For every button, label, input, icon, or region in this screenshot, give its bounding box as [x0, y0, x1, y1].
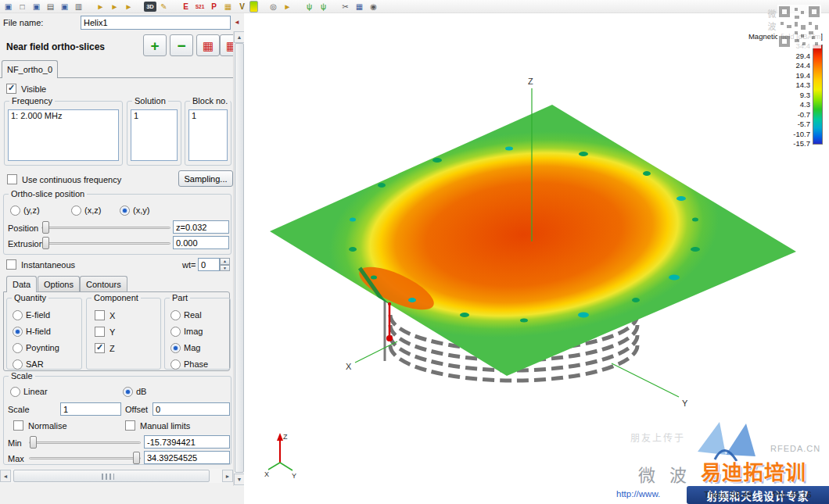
frequency-listbox[interactable]: 1: 2.000 MHz — [8, 109, 119, 161]
solution-item[interactable]: 1 — [131, 110, 177, 121]
extrusion-value-field[interactable] — [173, 236, 229, 249]
visible-checkbox[interactable]: ✓ — [6, 84, 16, 94]
vertical-scrollbar[interactable]: ▲ ▼ — [233, 31, 244, 486]
min-slider[interactable] — [29, 436, 141, 449]
radio-mag[interactable] — [170, 343, 181, 353]
wt-label: wt= — [182, 260, 196, 270]
open-results-icon[interactable]: ► — [122, 1, 135, 13]
block-listbox[interactable]: 1 — [188, 109, 228, 161]
edit-icon[interactable]: ✎ — [157, 1, 170, 13]
power-icon[interactable]: P — [207, 1, 221, 13]
sar-label: SAR — [26, 359, 44, 370]
min-field[interactable] — [144, 435, 230, 449]
component-y-checkbox[interactable] — [95, 327, 105, 337]
render-area[interactable]: Z X Y Z X Y Magnetic field [dBA/m] 34.4 … — [244, 13, 829, 504]
antenna-1-icon[interactable]: ψ — [303, 1, 316, 13]
antenna-2-icon[interactable]: ψ — [317, 1, 330, 13]
spin-down-icon[interactable]: ▼ — [220, 265, 230, 272]
color-scale-icon[interactable]: ▮ — [249, 1, 258, 13]
solution-listbox[interactable]: 1 — [131, 109, 178, 161]
extrusion-slider-thumb[interactable] — [42, 237, 49, 249]
new-document-icon[interactable]: □ — [16, 1, 29, 13]
radio-xz[interactable] — [71, 206, 81, 216]
save-all-icon[interactable]: ▣ — [58, 1, 71, 13]
sampling-button[interactable]: Sampling... — [178, 170, 233, 187]
scroll-down-icon[interactable]: ▼ — [234, 474, 245, 485]
radio-yz[interactable] — [10, 206, 20, 216]
component-x-checkbox[interactable] — [95, 310, 105, 320]
position-value-field[interactable] — [173, 220, 229, 234]
save-as-icon[interactable]: ▣ — [30, 1, 43, 13]
origin-icon[interactable]: ◎ — [267, 1, 280, 13]
open-geometry-icon[interactable]: ► — [94, 1, 107, 13]
tab-nf-ortho-0[interactable]: NF_ortho_0 — [2, 60, 58, 78]
open-mesh-icon[interactable]: ► — [108, 1, 121, 13]
copy-slice-button[interactable]: ▦ — [196, 34, 220, 56]
export-model-icon[interactable]: ▥ — [72, 1, 85, 13]
radio-imag[interactable] — [170, 327, 181, 337]
record-icon[interactable]: ◉ — [367, 1, 380, 13]
continuous-frequency-checkbox[interactable] — [7, 174, 17, 184]
scale-group: Scale Linear dB Scale Offset Normalise M… — [3, 376, 231, 465]
mesh-grid-icon[interactable]: ▦ — [221, 1, 235, 13]
radio-poynting[interactable] — [13, 343, 23, 353]
export-slice-button[interactable]: ▦ — [220, 34, 233, 56]
view-3d-icon[interactable]: 3D — [144, 2, 156, 12]
excitation-icon[interactable]: E — [179, 1, 192, 13]
triad-y-label: Y — [292, 472, 296, 480]
red-grid-icon: ▦ — [226, 40, 233, 52]
max-slider-thumb[interactable] — [133, 452, 140, 464]
extrusion-slider[interactable] — [41, 237, 170, 249]
watermark-faint-text: 朋友上传于 — [630, 431, 685, 444]
voltage-probe-icon[interactable]: V — [235, 1, 249, 13]
scroll-up-icon[interactable]: ▲ — [234, 31, 245, 43]
max-slider[interactable] — [29, 452, 141, 464]
scale-group-label: Scale — [9, 371, 35, 381]
s-parameters-icon[interactable]: S21 — [193, 1, 206, 13]
offset-field[interactable] — [153, 402, 230, 416]
radio-db[interactable] — [123, 387, 133, 397]
scroll-left-icon[interactable]: ◄ — [0, 470, 11, 482]
print-icon[interactable]: ▤ — [44, 1, 57, 13]
import-icon[interactable]: ► — [281, 1, 294, 13]
toolbar-spacer — [136, 6, 143, 7]
component-z-checkbox[interactable]: ✓ — [95, 343, 105, 353]
radio-sar[interactable] — [13, 359, 23, 370]
min-slider-thumb[interactable] — [30, 436, 37, 449]
radio-linear[interactable] — [10, 387, 20, 397]
vertical-scrollbar-thumb[interactable] — [235, 43, 244, 473]
spin-up-icon[interactable]: ▲ — [220, 258, 230, 265]
toolbar-overflow-icon[interactable]: ◄ — [234, 19, 240, 26]
solution-group: Solution 1 — [127, 101, 181, 166]
scroll-right-icon[interactable]: ► — [222, 470, 233, 482]
horizontal-scrollbar[interactable]: ◄ ► — [0, 469, 233, 483]
position-slider[interactable] — [41, 221, 170, 234]
position-slider-thumb[interactable] — [42, 221, 49, 234]
radio-xy[interactable] — [120, 206, 130, 216]
wt-spinner[interactable]: ▲ ▼ — [220, 258, 230, 271]
radio-phase[interactable] — [170, 359, 181, 370]
remove-ortho-slice-button[interactable]: − — [170, 34, 193, 56]
file-name-input[interactable] — [81, 16, 231, 30]
manual-limits-checkbox[interactable] — [125, 420, 135, 431]
scale-field[interactable] — [60, 402, 121, 416]
data-table-icon[interactable]: ▦ — [353, 1, 366, 13]
normalise-checkbox[interactable] — [13, 420, 23, 431]
wt-field[interactable] — [198, 258, 220, 271]
tab-data[interactable]: Data — [6, 276, 37, 292]
tab-contours[interactable]: Contours — [80, 276, 127, 291]
tab-options[interactable]: Options — [38, 276, 80, 291]
block-item[interactable]: 1 — [189, 110, 227, 121]
slider-track — [41, 227, 170, 229]
instantaneous-checkbox[interactable] — [6, 259, 16, 270]
radio-real[interactable] — [170, 310, 181, 320]
radio-h-field[interactable] — [13, 327, 23, 337]
max-field[interactable] — [144, 451, 230, 464]
horizontal-scrollbar-thumb[interactable] — [13, 470, 210, 482]
add-ortho-slice-button[interactable]: + — [143, 34, 167, 56]
component-group-label: Component — [92, 293, 141, 303]
save-icon[interactable]: ▣ — [2, 1, 15, 13]
frequency-item[interactable]: 1: 2.000 MHz — [9, 110, 118, 121]
radio-e-field[interactable] — [13, 310, 23, 320]
cut-plane-icon[interactable]: ✂ — [339, 1, 352, 13]
